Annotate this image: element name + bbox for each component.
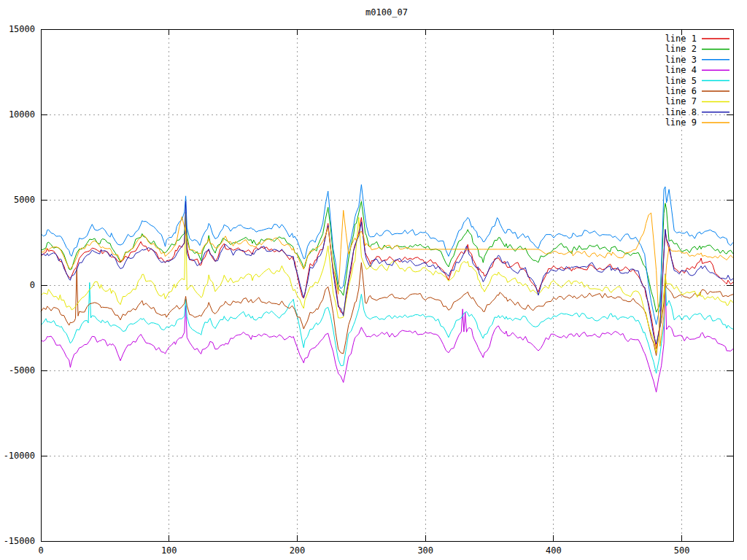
series-line-6 (41, 262, 733, 356)
legend-label: line 9 (665, 117, 697, 128)
series-line-2 (41, 201, 733, 312)
legend-item: line 6 (665, 86, 729, 96)
series-line-4 (41, 274, 733, 392)
legend-item: line 3 (665, 55, 729, 65)
x-tick-label: 0 (38, 545, 43, 556)
x-tick-label: 400 (546, 545, 562, 556)
legend-label: line 1 (665, 34, 697, 44)
legend-label: line 8 (665, 107, 697, 117)
legend-item: line 7 (665, 96, 729, 106)
legend-item: line 4 (665, 65, 729, 75)
y-tick-label: -15000 (4, 536, 35, 546)
series-line-8 (41, 201, 733, 344)
y-tick-label: 10000 (9, 109, 35, 120)
line-chart: 0100200300400500-15000-10000-50000500010… (0, 0, 747, 560)
x-tick-label: 100 (161, 545, 177, 556)
legend-item: line 1 (665, 34, 729, 44)
y-tick-label: -10000 (4, 451, 35, 461)
legend-label: line 4 (665, 65, 697, 75)
y-tick-label: -5000 (9, 365, 35, 376)
legend-label: line 5 (665, 76, 697, 86)
legend: line 1line 2line 3line 4line 5line 6line… (665, 34, 729, 128)
y-tick-label: 5000 (14, 195, 35, 205)
series-layer (41, 184, 733, 392)
series-line-7 (41, 214, 733, 353)
series-line-5 (41, 274, 733, 373)
legend-label: line 7 (665, 96, 697, 106)
legend-item: line 2 (665, 44, 729, 54)
legend-label: line 2 (665, 44, 697, 54)
legend-label: line 3 (665, 55, 697, 65)
x-tick-label: 300 (417, 545, 433, 556)
x-tick-label: 200 (290, 545, 306, 556)
y-tick-label: 0 (30, 280, 35, 290)
y-tick-label: 15000 (9, 24, 35, 34)
legend-item: line 8 (665, 107, 729, 117)
legend-label: line 6 (665, 86, 697, 96)
gridlines (41, 29, 733, 541)
chart-title: m0100_07 (365, 7, 408, 18)
x-tick-label: 500 (674, 545, 690, 556)
chart-screenshot: 0100200300400500-15000-10000-50000500010… (0, 0, 747, 560)
legend-item: line 5 (665, 76, 729, 86)
legend-item: line 9 (665, 117, 729, 128)
